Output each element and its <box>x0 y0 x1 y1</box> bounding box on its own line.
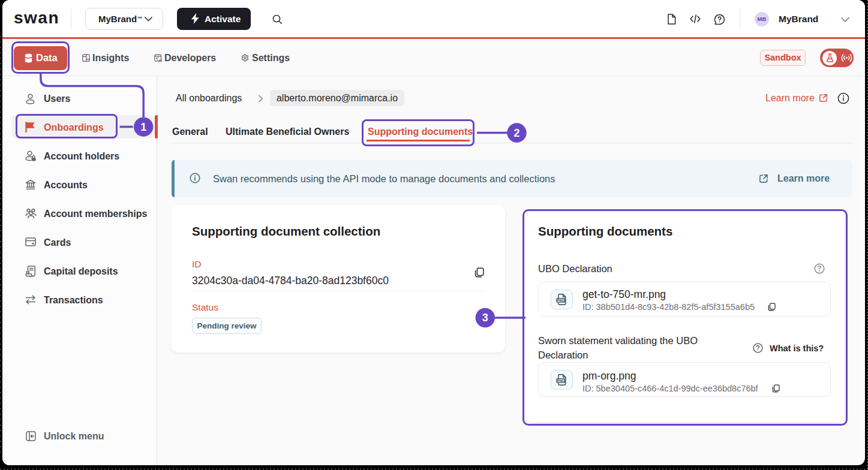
svg-text:1: 1 <box>140 121 146 133</box>
svg-text:PNG: PNG <box>557 299 564 302</box>
svg-text:3: 3 <box>482 312 488 324</box>
svg-text:PNG: PNG <box>557 379 564 382</box>
svg-text:2: 2 <box>513 127 519 139</box>
